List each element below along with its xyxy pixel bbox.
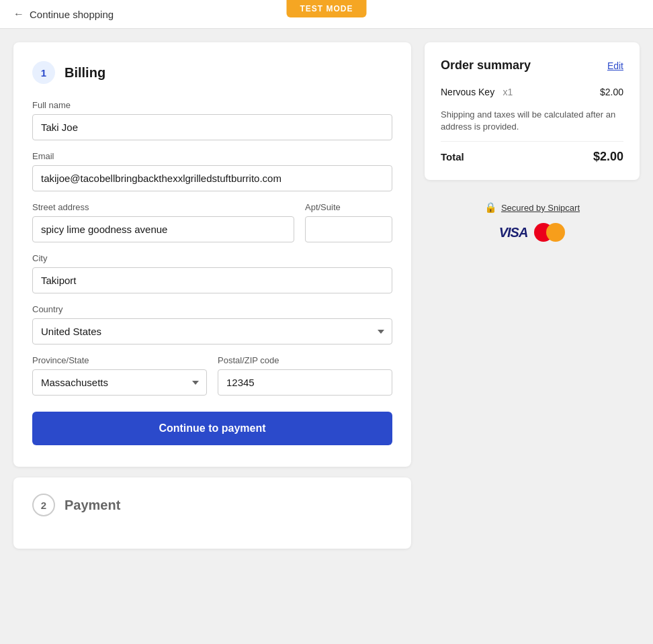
full-name-group: Full name (32, 100, 392, 140)
street-address-group: Street address (32, 202, 294, 242)
postal-input[interactable] (218, 369, 392, 396)
security-section: 🔒 Secured by Snipcart VISA (425, 191, 640, 252)
postal-group: Postal/ZIP code (218, 355, 392, 396)
billing-title: Billing (64, 65, 105, 81)
mc-circle-right (546, 223, 565, 242)
continue-shopping-text: Continue shopping (30, 9, 114, 20)
country-select-wrapper: United States Canada United Kingdom (32, 318, 392, 344)
step-2-number: 2 (41, 500, 46, 511)
province-label: Province/State (32, 355, 207, 365)
mastercard-logo (534, 223, 565, 242)
order-summary-header: Order summary Edit (441, 58, 623, 73)
payment-logos: VISA (425, 223, 640, 242)
edit-label: Edit (607, 60, 623, 71)
postal-label: Postal/ZIP code (218, 355, 392, 365)
apt-suite-label: Apt/Suite (305, 202, 392, 212)
province-select-wrapper: Massachusetts California New York Texas (32, 369, 207, 396)
step-2-circle: 2 (32, 494, 55, 516)
left-column: 1 Billing Full name Email Street address (13, 42, 411, 549)
order-summary-card: Order summary Edit Nervous Key x1 $2.00 … (425, 42, 640, 180)
order-item-qty: x1 (503, 87, 513, 97)
street-address-input[interactable] (32, 216, 294, 242)
secured-by-text: Secured by Snipcart (501, 203, 580, 213)
step-1-circle: 1 (32, 61, 55, 84)
test-mode-banner: TEST MODE (286, 0, 366, 17)
street-address-label: Street address (32, 202, 294, 212)
secured-by-row: 🔒 Secured by Snipcart (425, 201, 640, 214)
apt-suite-input[interactable] (305, 216, 392, 242)
city-input[interactable] (32, 267, 392, 293)
email-group: Email (32, 151, 392, 191)
order-item-row: Nervous Key x1 $2.00 (441, 86, 623, 98)
billing-header: 1 Billing (32, 61, 392, 84)
test-mode-label: TEST MODE (300, 4, 353, 13)
country-label: Country (32, 304, 392, 314)
country-group: Country United States Canada United King… (32, 304, 392, 344)
order-summary-title: Order summary (441, 58, 531, 73)
payment-header: 2 Payment (32, 494, 392, 516)
main-content: 1 Billing Full name Email Street address (0, 29, 653, 562)
edit-link[interactable]: Edit (607, 60, 623, 71)
continue-shopping-link[interactable]: ← Continue shopping (13, 8, 114, 20)
shipping-note: Shipping and taxes will be calculated af… (441, 109, 623, 133)
full-name-label: Full name (32, 100, 392, 110)
full-name-input[interactable] (32, 114, 392, 140)
continue-to-payment-button[interactable]: Continue to payment (32, 412, 392, 445)
billing-card: 1 Billing Full name Email Street address (13, 42, 411, 467)
payment-title: Payment (64, 498, 120, 513)
city-label: City (32, 253, 392, 263)
apt-suite-group: Apt/Suite (305, 202, 392, 242)
province-postal-row: Province/State Massachusetts California … (32, 355, 392, 406)
order-item-price: $2.00 (600, 87, 623, 97)
step-1-number: 1 (41, 67, 46, 79)
arrow-left-icon: ← (13, 8, 24, 20)
lock-icon: 🔒 (484, 201, 497, 214)
total-label: Total (441, 151, 464, 163)
country-select[interactable]: United States Canada United Kingdom (32, 318, 392, 344)
street-apt-row: Street address Apt/Suite (32, 202, 392, 253)
email-label: Email (32, 151, 392, 161)
city-group: City (32, 253, 392, 293)
payment-card: 2 Payment (13, 477, 411, 549)
order-item-info: Nervous Key x1 (441, 86, 513, 98)
province-group: Province/State Massachusetts California … (32, 355, 207, 396)
visa-logo: VISA (499, 225, 528, 240)
email-input[interactable] (32, 165, 392, 191)
total-price: $2.00 (593, 150, 623, 164)
order-item-name: Nervous Key (441, 87, 494, 97)
total-row: Total $2.00 (441, 141, 623, 164)
continue-button-label: Continue to payment (159, 422, 265, 434)
right-column: Order summary Edit Nervous Key x1 $2.00 … (425, 42, 640, 549)
province-select[interactable]: Massachusetts California New York Texas (32, 369, 207, 396)
